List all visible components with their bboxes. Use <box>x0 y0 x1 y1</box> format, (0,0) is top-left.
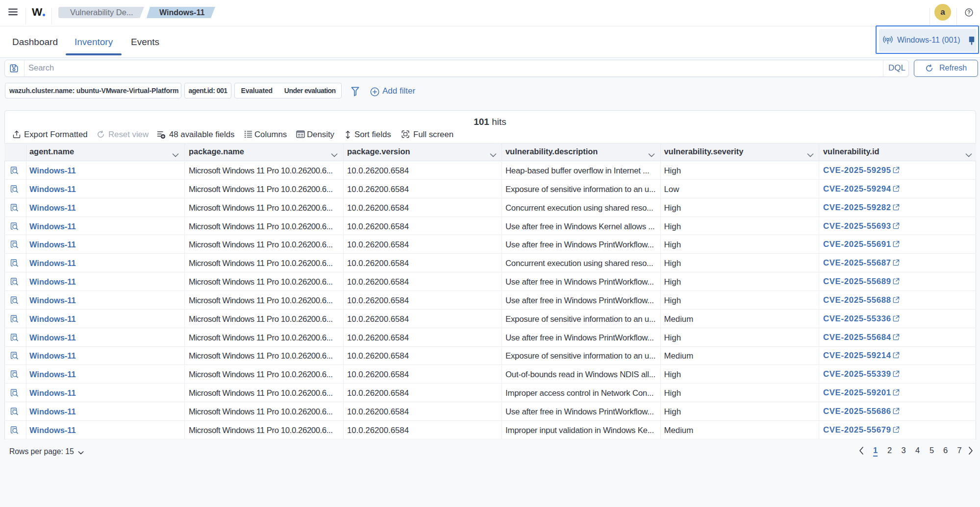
svg-text:?: ? <box>967 9 970 15</box>
